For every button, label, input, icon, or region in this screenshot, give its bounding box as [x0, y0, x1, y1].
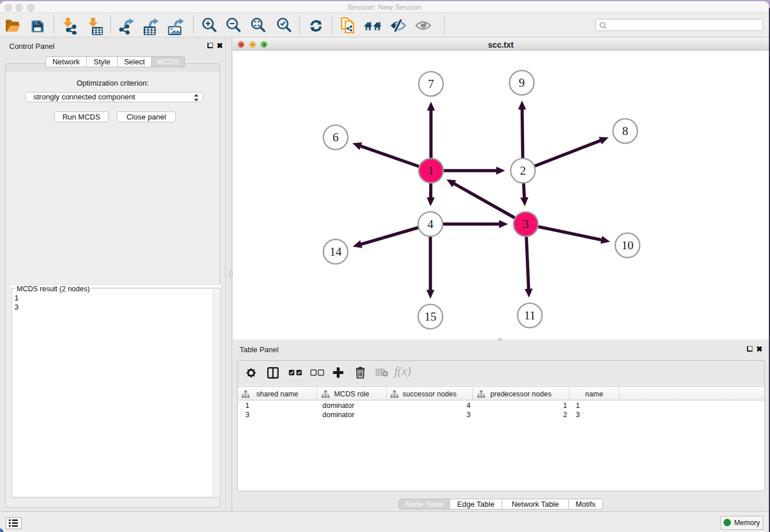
svg-text:11: 11: [524, 309, 536, 322]
svg-text:1: 1: [428, 164, 434, 178]
svg-text:9: 9: [519, 76, 525, 90]
svg-text:15: 15: [425, 310, 437, 323]
svg-text:10: 10: [622, 238, 634, 252]
svg-text:3: 3: [523, 217, 529, 231]
svg-text:7: 7: [428, 77, 434, 91]
svg-text:4: 4: [428, 217, 434, 231]
svg-text:2: 2: [520, 164, 526, 178]
svg-text:6: 6: [333, 130, 339, 144]
svg-text:8: 8: [622, 124, 629, 138]
svg-text:14: 14: [330, 245, 342, 259]
